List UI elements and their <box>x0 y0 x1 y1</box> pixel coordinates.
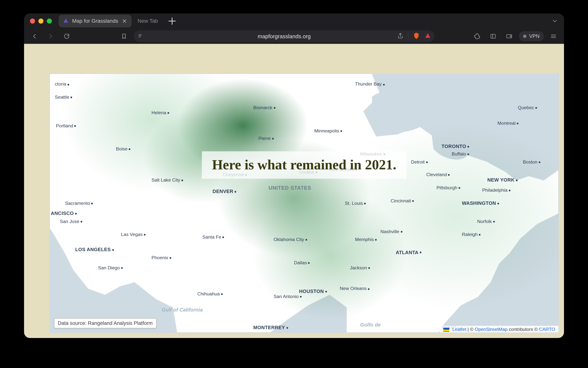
city-marker-icon <box>368 288 370 290</box>
city-name: New Orleans <box>340 286 367 291</box>
city-marker-icon <box>286 327 288 329</box>
tab-inactive[interactable]: New Tab <box>133 15 162 28</box>
tab-overflow-button[interactable] <box>551 18 558 24</box>
bookmark-button[interactable] <box>118 30 130 42</box>
menu-button[interactable] <box>547 30 560 42</box>
brave-shields-icon[interactable] <box>413 32 420 41</box>
extensions-button[interactable] <box>471 30 484 42</box>
city-marker-icon <box>401 231 402 233</box>
city-label: Philadelphia <box>482 188 511 193</box>
city-name: Pierre <box>258 136 271 141</box>
city-name: Santa Fe <box>202 234 221 239</box>
sidebar-button[interactable] <box>487 30 500 42</box>
city-marker-icon <box>517 122 519 124</box>
city-marker-icon <box>181 180 183 181</box>
city-name: Phoenix <box>152 255 168 260</box>
city-label: ctoria <box>55 82 69 87</box>
city-label: San Jose <box>60 219 82 224</box>
city-name: TORONTO <box>442 144 466 149</box>
data-source-chip: Data source: Rangeland Analysis Platform <box>54 318 157 328</box>
city-label: Santa Fe <box>202 234 224 239</box>
city-marker-icon <box>170 257 171 259</box>
city-marker-icon <box>71 97 72 98</box>
city-name: St. Louis <box>345 201 363 206</box>
favicon-icon <box>63 18 69 24</box>
attribution-osm-link[interactable]: OpenStreetMap <box>475 327 507 331</box>
browser-window: Map for Grasslands New Tab <box>24 13 564 338</box>
map-container[interactable]: UNITED STATES ctoriaSeattlePortlandBoise… <box>49 73 559 333</box>
toolbar: mapforgrasslands.org VPN <box>24 29 564 44</box>
attribution-text: contributors © <box>509 327 539 331</box>
city-marker-icon <box>479 234 481 235</box>
close-window-button[interactable] <box>30 18 35 24</box>
city-label: St. Louis <box>345 201 366 206</box>
headline-overlay: Here is what remained in 2021. <box>202 151 407 179</box>
city-marker-icon <box>300 296 302 297</box>
tab-active[interactable]: Map for Grasslands <box>58 15 132 28</box>
city-marker-icon <box>235 191 236 193</box>
city-name: Portland <box>56 123 73 128</box>
city-name: HOUSTON <box>299 288 324 294</box>
city-name: Las Vegas <box>121 232 143 237</box>
city-label: DENVER <box>212 189 236 194</box>
address-bar[interactable]: mapforgrasslands.org <box>134 30 435 42</box>
city-label: HOUSTON <box>299 288 327 294</box>
city-label: Salt Lake City <box>152 177 183 182</box>
forward-button[interactable] <box>44 30 57 42</box>
city-label: Buffalo <box>452 151 469 156</box>
tab-close-button[interactable] <box>122 18 127 24</box>
city-marker-icon <box>221 293 223 295</box>
city-marker-icon <box>74 125 76 127</box>
city-marker-icon <box>81 221 82 222</box>
city-name: San Diego <box>98 265 120 270</box>
city-name: LOS ANGELES <box>75 247 111 252</box>
city-name: Pittsburgh <box>436 185 457 190</box>
city-label: Detroit <box>411 159 428 164</box>
city-label: Chihuahua <box>197 291 223 296</box>
city-label: Quebec <box>518 105 537 110</box>
svg-rect-5 <box>510 36 512 37</box>
city-marker-icon <box>383 84 385 85</box>
city-name: DENVER <box>212 189 233 194</box>
back-button[interactable] <box>28 30 41 42</box>
city-label: Cincinnati <box>391 198 414 203</box>
city-marker-icon <box>67 84 69 85</box>
site-settings-icon[interactable] <box>137 33 143 40</box>
city-label: Portland <box>56 123 76 128</box>
city-name: Cincinnati <box>391 198 411 203</box>
attribution-leaflet-link[interactable]: Leaflet <box>452 327 466 331</box>
share-button[interactable] <box>397 32 404 40</box>
new-tab-button[interactable] <box>166 16 177 27</box>
wallet-button[interactable] <box>503 30 515 42</box>
city-label: WASHINGTON <box>462 201 499 206</box>
city-marker-icon <box>272 138 274 140</box>
city-name: Oklahoma City <box>274 237 304 242</box>
city-marker-icon <box>91 203 93 204</box>
attribution-carto-link[interactable]: CARTO <box>539 327 555 331</box>
minimize-window-button[interactable] <box>38 18 43 24</box>
city-name: Dallas <box>294 260 307 265</box>
reload-button[interactable] <box>60 30 73 42</box>
city-marker-icon <box>112 249 114 251</box>
city-name: Sacramento <box>65 201 90 206</box>
city-name: Minneapolis <box>314 128 339 133</box>
city-marker-icon <box>340 130 342 132</box>
maximize-window-button[interactable] <box>47 18 52 24</box>
city-name: Salt Lake City <box>152 177 180 182</box>
city-name: Seattle <box>55 94 69 100</box>
city-label: Memphis <box>355 237 377 242</box>
city-marker-icon <box>535 107 537 109</box>
city-name: ANCISCO <box>51 211 74 216</box>
brave-rewards-icon[interactable] <box>425 32 431 40</box>
city-label: Bismarck <box>253 105 275 110</box>
city-marker-icon <box>426 161 428 163</box>
city-name: Jackson <box>350 265 367 270</box>
city-marker-icon <box>325 291 327 292</box>
city-marker-icon <box>364 203 366 204</box>
city-label: TORONTO <box>442 144 469 149</box>
city-label: Phoenix <box>152 255 171 260</box>
city-name: MONTERREY <box>253 325 285 330</box>
city-marker-icon <box>412 200 414 202</box>
vpn-button[interactable]: VPN <box>519 31 544 41</box>
country-label: UNITED STATES <box>268 185 311 191</box>
